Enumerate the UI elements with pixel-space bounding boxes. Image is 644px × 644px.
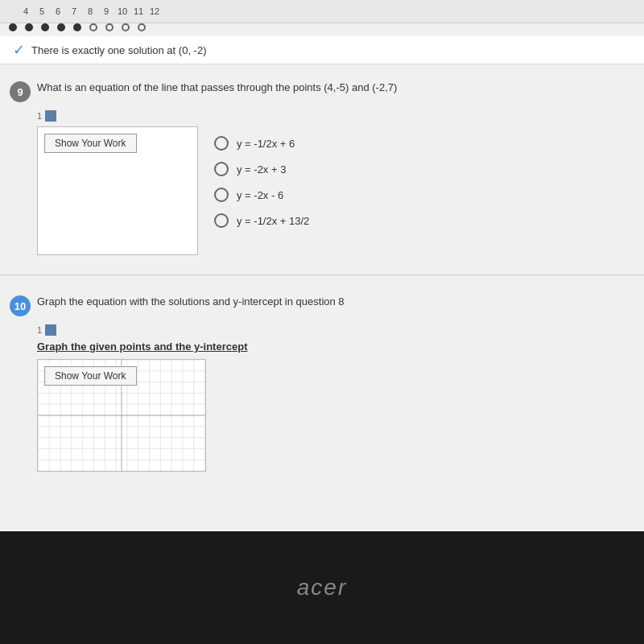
num-8: 8 bbox=[82, 6, 98, 16]
num-6: 6 bbox=[50, 6, 66, 16]
question-9-choices: y = -1/2x + 6 y = -2x + 3 y = -2x - 6 y … bbox=[198, 126, 607, 255]
dot-10 bbox=[101, 23, 118, 31]
points-label-10: 1 bbox=[37, 325, 42, 335]
question-10-row: 10 Graph the equation with the solutions… bbox=[0, 288, 644, 323]
choice-row-1: y = -2x + 3 bbox=[214, 162, 591, 176]
points-label-9: 1 bbox=[37, 111, 42, 121]
question-10-number: 10 bbox=[10, 295, 31, 316]
laptop-bezel: acer bbox=[0, 531, 644, 644]
radio-3[interactable] bbox=[214, 213, 229, 228]
divider bbox=[0, 275, 644, 275]
progress-numbers: 4 5 6 7 8 9 10 11 12 bbox=[13, 6, 166, 16]
dot-5 bbox=[21, 23, 37, 31]
choice-row-3: y = -1/2x + 13/2 bbox=[214, 213, 591, 228]
show-work-button-9[interactable]: Show Your Work bbox=[44, 134, 137, 153]
choice-row-0: y = -1/2x + 6 bbox=[214, 136, 591, 151]
choice-text-2: y = -2x - 6 bbox=[237, 189, 283, 201]
question-9-row: 9 What is an equation of the line that p… bbox=[0, 74, 644, 109]
question-9-work-area: Show Your Work y = -1/2x + 6 y = -2x + 3… bbox=[37, 126, 607, 255]
choice-text-0: y = -1/2x + 6 bbox=[237, 138, 295, 150]
dot-9 bbox=[85, 23, 101, 31]
num-10: 10 bbox=[114, 6, 130, 16]
choice-text-3: y = -1/2x + 13/2 bbox=[237, 215, 309, 227]
points-icon-9 bbox=[45, 110, 56, 122]
graph-instruction: Graph the given points and the y-interce… bbox=[0, 337, 644, 359]
graph-work-box: Show Your Work bbox=[37, 359, 206, 472]
num-4: 4 bbox=[18, 6, 34, 16]
check-icon: ✓ bbox=[13, 41, 25, 59]
radio-2[interactable] bbox=[214, 188, 229, 202]
dot-12 bbox=[134, 23, 150, 31]
radio-0[interactable] bbox=[214, 136, 229, 151]
dot-7 bbox=[53, 23, 69, 31]
points-icon-10 bbox=[45, 324, 56, 336]
radio-1[interactable] bbox=[214, 162, 229, 176]
num-12: 12 bbox=[147, 6, 163, 16]
question-9-work-box: Show Your Work bbox=[37, 126, 198, 255]
question-10-points: 1 bbox=[0, 323, 644, 337]
screen: 4 5 6 7 8 9 10 11 12 ✓ There is exactly … bbox=[0, 0, 644, 531]
prev-answer-section: ✓ There is exactly one solution at (0, -… bbox=[0, 36, 644, 64]
progress-dots-row bbox=[0, 23, 644, 36]
question-10-container: 10 Graph the equation with the solutions… bbox=[0, 279, 644, 481]
num-5: 5 bbox=[34, 6, 50, 16]
progress-bar: 4 5 6 7 8 9 10 11 12 bbox=[0, 0, 644, 23]
dot-4 bbox=[5, 23, 21, 31]
question-9-container: 9 What is an equation of the line that p… bbox=[0, 64, 644, 271]
dot-11 bbox=[118, 23, 134, 31]
dot-6 bbox=[37, 23, 53, 31]
question-10-text: Graph the equation with the solutions an… bbox=[37, 295, 634, 309]
question-9-points: 1 bbox=[0, 109, 644, 123]
num-9: 9 bbox=[98, 6, 114, 16]
question-9-text: What is an equation of the line that pas… bbox=[37, 80, 634, 95]
num-11: 11 bbox=[130, 6, 147, 16]
dot-8 bbox=[69, 23, 85, 31]
choice-text-1: y = -2x + 3 bbox=[237, 163, 286, 175]
show-work-button-10[interactable]: Show Your Work bbox=[44, 366, 137, 386]
question-9-number: 9 bbox=[10, 81, 31, 102]
acer-logo: acer bbox=[297, 575, 347, 601]
choice-row-2: y = -2x - 6 bbox=[214, 188, 591, 202]
prev-answer-text: There is exactly one solution at (0, -2) bbox=[31, 44, 207, 56]
num-7: 7 bbox=[66, 6, 82, 16]
